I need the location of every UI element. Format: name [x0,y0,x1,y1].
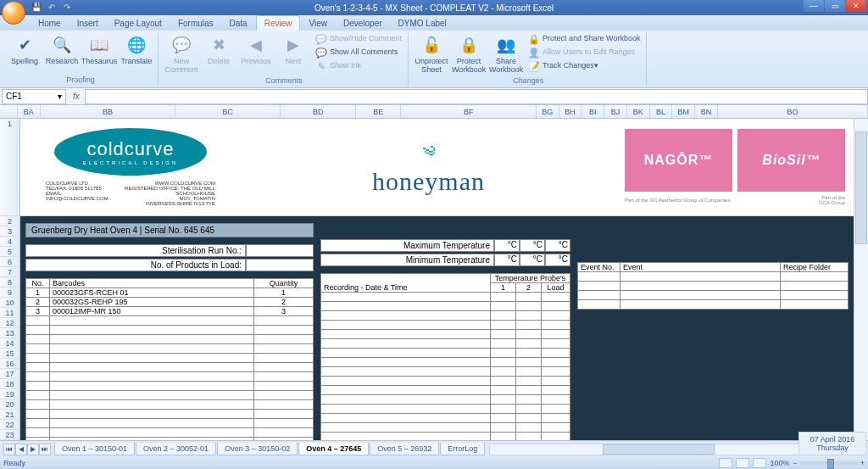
sheet-tab[interactable]: Oven 1 – 30150-01 [54,443,135,455]
spelling-button[interactable]: ✔Spelling [7,32,42,68]
tab-page-layout[interactable]: Page Layout [107,16,170,31]
row-14[interactable]: 14 [0,338,19,349]
row-5[interactable]: 5 [0,247,19,257]
row-13[interactable]: 13 [0,328,19,338]
coldcurve-block: coldcurveELECTRICAL DESIGN COLDCURVE LTD… [29,128,232,206]
row-6[interactable]: 6 [0,257,19,267]
protect-share-button[interactable]: 🔒Protect and Share Workbook [526,32,643,46]
col-BI[interactable]: BI [581,105,604,118]
col-BO[interactable]: BO [718,105,868,118]
tab-data[interactable]: Data [222,16,255,31]
thesaurus-button[interactable]: 📖Thesaurus [81,32,117,68]
tab-formulas[interactable]: Formulas [170,16,221,31]
col-BN[interactable]: BN [695,105,718,118]
select-all-corner[interactable] [0,105,18,118]
maximize-button[interactable]: ▭ [825,0,845,12]
view-break-button[interactable] [753,458,766,468]
col-BD[interactable]: BD [281,105,356,118]
sheet-tab[interactable]: ErrorLog [440,443,485,455]
name-box[interactable]: CF1▾ [2,89,66,104]
col-BK[interactable]: BK [627,105,650,118]
row-10[interactable]: 10 [0,298,19,308]
translate-button[interactable]: 🌐Translate [119,32,154,68]
tab-next-icon[interactable]: ▶ [27,444,39,455]
row-4[interactable]: 4 [0,237,19,247]
research-button[interactable]: 🔍Research [44,32,80,68]
worksheet[interactable]: 1 2 3 4 5 6 7 8 9 10 11 12 13 14 15 16 1… [0,119,854,440]
sheet-tab[interactable]: Oven 3 – 30150-02 [217,443,298,455]
tab-last-icon[interactable]: ⏭ [39,444,51,455]
row-18[interactable]: 18 [0,379,19,389]
next-comment-button[interactable]: ▶Next [275,32,311,68]
showhide-comment-button[interactable]: 💬Show/Hide Comment [313,32,404,46]
row-22[interactable]: 22 [0,420,19,430]
row-19[interactable]: 19 [0,389,19,399]
tab-dymo[interactable]: DYMO Label [391,16,454,31]
tab-prev-icon[interactable]: ◀ [15,444,27,455]
office-button[interactable] [2,1,25,25]
vertical-scrollbar[interactable] [854,119,868,440]
zoom-out-button[interactable]: − [793,459,797,467]
row-12[interactable]: 12 [0,318,19,328]
row-17[interactable]: 17 [0,369,19,379]
scroll-thumb[interactable] [855,131,867,244]
sheet-tab-active[interactable]: Oven 4 – 27645 [298,443,369,455]
previous-comment-button[interactable]: ◀Previous [238,32,274,68]
row-7[interactable]: 7 [0,267,19,277]
hscroll-thumb[interactable] [603,444,715,455]
tab-view[interactable]: View [301,16,335,31]
tab-developer[interactable]: Developer [336,16,390,31]
row-16[interactable]: 16 [0,359,19,369]
sterilisation-value[interactable] [246,244,314,257]
tab-first-icon[interactable]: ⏮ [3,444,15,455]
share-workbook-button[interactable]: 👥Share Workbook [488,32,524,76]
products-value[interactable] [246,259,314,271]
row-9[interactable]: 9 [0,288,19,298]
formula-input[interactable] [85,89,868,104]
col-BB[interactable]: BB [41,105,176,118]
chevron-down-icon[interactable]: ▾ [58,92,62,101]
sheet-tab[interactable]: Oven 2 – 30052-01 [136,443,216,455]
col-BG[interactable]: BG [537,105,559,118]
row-20[interactable]: 20 [0,399,19,410]
track-changes-button[interactable]: 📝Track Changes ▾ [526,59,643,73]
col-BL[interactable]: BL [650,105,673,118]
redo-icon[interactable]: ↷ [61,1,73,13]
showink-button[interactable]: ✎Show Ink [313,59,404,73]
row-15[interactable]: 15 [0,349,19,359]
delete-comment-button[interactable]: ✖Delete [201,32,236,68]
col-BE[interactable]: BE [356,105,401,118]
col-BF[interactable]: BF [401,105,537,118]
new-comment-button[interactable]: 💬New Comment [164,32,199,76]
zoom-in-button[interactable]: + [860,459,865,467]
tab-review[interactable]: Review [256,15,301,31]
undo-icon[interactable]: ↶ [46,1,58,13]
col-BH[interactable]: BH [559,105,582,118]
fx-icon[interactable]: fx [68,92,85,101]
col-BA[interactable]: BA [18,105,41,118]
zoom-slider[interactable] [799,461,859,465]
save-icon[interactable]: 💾 [31,1,42,13]
allow-users-button[interactable]: 👤Allow Users to Edit Ranges [526,46,643,59]
row-23[interactable]: 23 [0,430,19,440]
unprotect-sheet-button[interactable]: 🔓Unprotect Sheet [414,32,449,76]
view-normal-button[interactable] [719,458,732,468]
view-layout-button[interactable] [736,458,749,468]
row-21[interactable]: 21 [0,410,19,420]
row-2[interactable]: 2 [0,216,19,226]
protect-workbook-button[interactable]: 🔒Protect Workbook [451,32,487,76]
sheet-tab[interactable]: Oven 5 – 26932 [370,443,439,455]
row-1[interactable]: 1 [0,119,19,216]
col-BC[interactable]: BC [175,105,281,118]
row-8[interactable]: 8 [0,277,19,288]
row-11[interactable]: 11 [0,308,19,318]
hdr-recording: Recording - Date & Time [321,274,491,293]
col-BJ[interactable]: BJ [604,105,627,118]
close-button[interactable]: ✕ [846,0,866,12]
tab-home[interactable]: Home [31,16,69,31]
minimize-button[interactable]: — [804,0,824,12]
showall-comments-button[interactable]: 💬Show All Comments [313,46,404,59]
row-3[interactable]: 3 [0,226,19,237]
tab-insert[interactable]: Insert [70,16,106,31]
col-BM[interactable]: BM [672,105,695,118]
